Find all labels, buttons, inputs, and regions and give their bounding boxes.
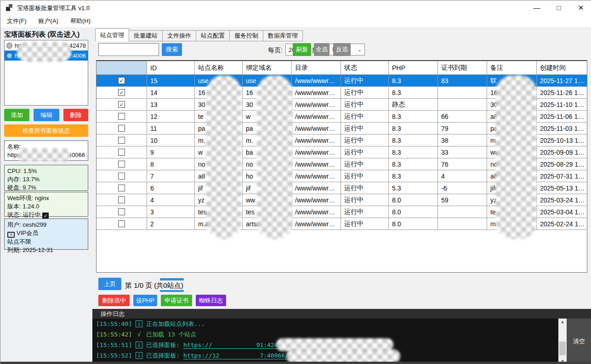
web-status: 状态: 运行中✓: [7, 211, 85, 219]
info-icon: i: [136, 342, 142, 348]
link-right: 7:40066/: [260, 352, 289, 359]
header-5: 状态: [341, 61, 389, 74]
cell-domain-left: ho: [246, 173, 253, 180]
set-php-button[interactable]: 设PHP: [133, 295, 157, 306]
cell-id: 8: [147, 158, 195, 170]
row-checkbox[interactable]: ✓: [118, 89, 125, 96]
cell-site-name-left: tes: [198, 208, 207, 216]
cell-php: 8.0: [389, 194, 438, 206]
tab-bar: 站点管理批量建站文件操作站点配置服务控制数据库管理: [95, 28, 303, 41]
row-checkbox[interactable]: [118, 161, 125, 168]
tab-4[interactable]: 服务控制: [230, 30, 263, 41]
cell-site-name-left: m.: [198, 137, 205, 144]
toolbar: 搜索 每页: 20⌄ 排序: ID倒序⌄ 刷新 全选 反选: [92, 41, 591, 60]
panel-link[interactable]: https://91:42478: [183, 342, 285, 349]
cell-cert-expiry: 33: [438, 146, 487, 158]
user-box: 用户: ceshi299 ♕VIP会员 站点不限 到期: 2025-12-31: [4, 218, 88, 250]
edit-button[interactable]: 编辑: [34, 109, 59, 121]
check-all-panels-button[interactable]: 检查所有面板状态: [4, 124, 88, 137]
panel-link[interactable]: https://127:40066/: [183, 352, 289, 359]
cell-created: 2025-03-24 1…: [537, 194, 587, 206]
prev-page-button[interactable]: 上页: [98, 278, 121, 290]
panel-status-icon: [6, 53, 12, 59]
menu-item-1[interactable]: 账户(A): [39, 17, 58, 25]
row-checkbox[interactable]: [118, 196, 125, 203]
cell-id: 9: [147, 146, 195, 158]
link-censored-gap: [219, 352, 260, 359]
row-checkbox[interactable]: [118, 125, 125, 132]
cell-php: 8.3: [389, 123, 438, 134]
cell-checkbox: [97, 182, 147, 194]
log-text: 正在加载站点列表...: [146, 320, 205, 328]
spider-log-button[interactable]: 蜘蛛日志: [196, 295, 226, 306]
cell-directory: /www/wwwr…: [292, 75, 341, 86]
tab-5[interactable]: 数据库管理: [263, 30, 303, 41]
row-checkbox[interactable]: [118, 149, 125, 156]
header-6: PHP: [389, 61, 438, 74]
cell-checkbox: [97, 218, 147, 230]
scroll-thumb[interactable]: [559, 342, 566, 355]
delete-selected-button[interactable]: 删除选中: [98, 295, 130, 306]
delete-button[interactable]: 删除: [63, 109, 88, 121]
cell-created: 2025-11-03 1…: [537, 123, 587, 134]
cell-cert-expiry: 38: [438, 134, 487, 146]
cell-id: 14: [147, 87, 195, 98]
sidebar: 宝塔面板列表 (双击进入) https://1.91:42478https://…: [0, 27, 92, 362]
tab-2[interactable]: 文件操作: [163, 30, 196, 41]
cell-cert-expiry: 59: [438, 194, 487, 206]
search-button[interactable]: 搜索: [162, 43, 182, 56]
vip-line: ♕VIP会员: [7, 229, 85, 238]
tab-3[interactable]: 站点配置: [196, 30, 230, 41]
cell-id: 2: [147, 218, 195, 230]
cell-id: 10: [147, 134, 195, 146]
row-checkbox[interactable]: [118, 220, 125, 227]
add-button[interactable]: 添加: [4, 109, 29, 121]
cell-status: 运行中: [341, 111, 389, 122]
close-icon[interactable]: ✕: [573, 2, 589, 13]
per-page-label: 每页:: [268, 46, 283, 55]
cell-status: 运行中: [341, 170, 389, 182]
panel-buttons: 添加 编辑 删除: [4, 109, 88, 121]
cell-php: 8.0: [389, 206, 438, 218]
log-text: 已选择面板:: [146, 352, 180, 360]
cell-domain-left: ba: [246, 149, 253, 156]
select-all-button[interactable]: 全选: [314, 43, 330, 56]
log-time: [15:55:42]: [96, 331, 132, 338]
cell-status: 运行中: [341, 134, 389, 146]
cell-domain-left: use: [246, 77, 256, 84]
row-checkbox[interactable]: [118, 137, 125, 144]
link-censored-gap: [212, 342, 256, 348]
cell-directory: /www/wwwr…: [292, 111, 341, 122]
cell-domain-left: w: [246, 113, 250, 120]
cell-domain-left: pa: [246, 125, 253, 132]
row-checkbox[interactable]: [118, 173, 125, 179]
clear-log-button[interactable]: 清空: [573, 337, 585, 346]
minimize-icon[interactable]: —: [529, 2, 545, 13]
menu-item-2[interactable]: 帮助(H): [70, 17, 91, 25]
row-checkbox[interactable]: [118, 208, 125, 215]
invert-selection-button[interactable]: 反选: [333, 43, 351, 56]
tab-0[interactable]: 站点管理: [95, 28, 129, 41]
web-env-box: Web环境: nginx 版本: 1.24.0 状态: 运行中✓: [4, 192, 88, 217]
cell-status: 运行中: [341, 182, 389, 194]
apply-cert-button[interactable]: 申请证书: [161, 295, 192, 306]
tab-1[interactable]: 批量建站: [129, 30, 163, 41]
row-checkbox[interactable]: [118, 113, 125, 120]
scroll-up-icon[interactable]: ▲: [558, 319, 567, 325]
cell-site-name-left: 30: [198, 101, 205, 108]
cell-status: 运行中: [341, 99, 389, 110]
cell-php: 8.3: [389, 75, 438, 86]
cell-php: 8.3: [389, 87, 438, 98]
menu-item-0[interactable]: 文件(F): [7, 17, 27, 25]
cell-id: 13: [147, 99, 195, 110]
row-checkbox[interactable]: ✓: [118, 101, 125, 108]
refresh-button[interactable]: 刷新: [293, 43, 311, 56]
row-checkbox[interactable]: ✓: [118, 77, 125, 84]
log-scrollbar[interactable]: ▲ ▼: [558, 319, 567, 364]
cell-id: 12: [147, 111, 195, 122]
maximize-icon[interactable]: □: [551, 2, 567, 13]
search-input[interactable]: [98, 43, 159, 56]
row-checkbox[interactable]: [118, 185, 125, 191]
cell-cert-expiry: 79: [438, 123, 487, 134]
cell-created: 2025-05-13 1…: [537, 182, 587, 194]
